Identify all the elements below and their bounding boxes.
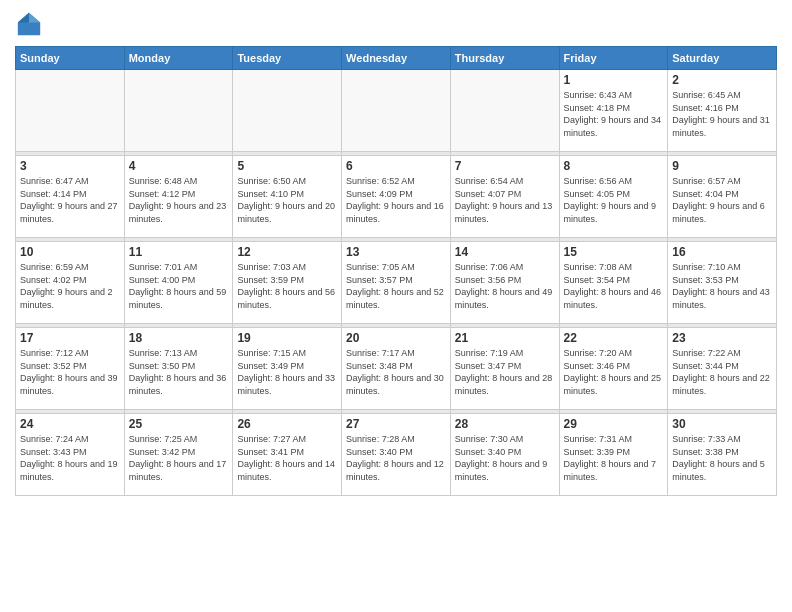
day-cell: 1Sunrise: 6:43 AM Sunset: 4:18 PM Daylig… [559,70,668,152]
day-info: Sunrise: 7:24 AM Sunset: 3:43 PM Dayligh… [20,433,120,483]
day-number: 10 [20,245,120,259]
weekday-tuesday: Tuesday [233,47,342,70]
day-cell: 26Sunrise: 7:27 AM Sunset: 3:41 PM Dayli… [233,414,342,496]
day-cell: 20Sunrise: 7:17 AM Sunset: 3:48 PM Dayli… [342,328,451,410]
week-row-3: 10Sunrise: 6:59 AM Sunset: 4:02 PM Dayli… [16,242,777,324]
weekday-saturday: Saturday [668,47,777,70]
day-number: 2 [672,73,772,87]
day-info: Sunrise: 6:52 AM Sunset: 4:09 PM Dayligh… [346,175,446,225]
day-info: Sunrise: 7:06 AM Sunset: 3:56 PM Dayligh… [455,261,555,311]
day-cell: 23Sunrise: 7:22 AM Sunset: 3:44 PM Dayli… [668,328,777,410]
day-info: Sunrise: 6:54 AM Sunset: 4:07 PM Dayligh… [455,175,555,225]
day-number: 6 [346,159,446,173]
day-info: Sunrise: 7:17 AM Sunset: 3:48 PM Dayligh… [346,347,446,397]
day-number: 16 [672,245,772,259]
weekday-wednesday: Wednesday [342,47,451,70]
day-cell: 30Sunrise: 7:33 AM Sunset: 3:38 PM Dayli… [668,414,777,496]
day-number: 12 [237,245,337,259]
day-cell: 12Sunrise: 7:03 AM Sunset: 3:59 PM Dayli… [233,242,342,324]
day-cell: 15Sunrise: 7:08 AM Sunset: 3:54 PM Dayli… [559,242,668,324]
day-cell: 7Sunrise: 6:54 AM Sunset: 4:07 PM Daylig… [450,156,559,238]
day-number: 18 [129,331,229,345]
week-row-5: 24Sunrise: 7:24 AM Sunset: 3:43 PM Dayli… [16,414,777,496]
week-row-1: 1Sunrise: 6:43 AM Sunset: 4:18 PM Daylig… [16,70,777,152]
day-number: 8 [564,159,664,173]
week-row-2: 3Sunrise: 6:47 AM Sunset: 4:14 PM Daylig… [16,156,777,238]
day-info: Sunrise: 7:12 AM Sunset: 3:52 PM Dayligh… [20,347,120,397]
day-cell: 5Sunrise: 6:50 AM Sunset: 4:10 PM Daylig… [233,156,342,238]
day-cell: 29Sunrise: 7:31 AM Sunset: 3:39 PM Dayli… [559,414,668,496]
day-cell: 13Sunrise: 7:05 AM Sunset: 3:57 PM Dayli… [342,242,451,324]
day-cell [450,70,559,152]
weekday-sunday: Sunday [16,47,125,70]
day-info: Sunrise: 6:59 AM Sunset: 4:02 PM Dayligh… [20,261,120,311]
day-info: Sunrise: 7:10 AM Sunset: 3:53 PM Dayligh… [672,261,772,311]
day-cell: 18Sunrise: 7:13 AM Sunset: 3:50 PM Dayli… [124,328,233,410]
day-info: Sunrise: 7:22 AM Sunset: 3:44 PM Dayligh… [672,347,772,397]
day-info: Sunrise: 7:28 AM Sunset: 3:40 PM Dayligh… [346,433,446,483]
day-cell: 6Sunrise: 6:52 AM Sunset: 4:09 PM Daylig… [342,156,451,238]
day-number: 1 [564,73,664,87]
day-cell: 11Sunrise: 7:01 AM Sunset: 4:00 PM Dayli… [124,242,233,324]
day-number: 13 [346,245,446,259]
day-number: 25 [129,417,229,431]
day-cell: 3Sunrise: 6:47 AM Sunset: 4:14 PM Daylig… [16,156,125,238]
day-cell [342,70,451,152]
day-info: Sunrise: 7:30 AM Sunset: 3:40 PM Dayligh… [455,433,555,483]
day-info: Sunrise: 7:03 AM Sunset: 3:59 PM Dayligh… [237,261,337,311]
day-cell: 21Sunrise: 7:19 AM Sunset: 3:47 PM Dayli… [450,328,559,410]
day-info: Sunrise: 6:47 AM Sunset: 4:14 PM Dayligh… [20,175,120,225]
day-number: 14 [455,245,555,259]
day-number: 5 [237,159,337,173]
day-cell: 14Sunrise: 7:06 AM Sunset: 3:56 PM Dayli… [450,242,559,324]
day-cell: 27Sunrise: 7:28 AM Sunset: 3:40 PM Dayli… [342,414,451,496]
svg-marker-2 [18,13,29,23]
day-cell: 19Sunrise: 7:15 AM Sunset: 3:49 PM Dayli… [233,328,342,410]
day-number: 30 [672,417,772,431]
day-info: Sunrise: 6:57 AM Sunset: 4:04 PM Dayligh… [672,175,772,225]
calendar: SundayMondayTuesdayWednesdayThursdayFrid… [15,46,777,496]
day-number: 24 [20,417,120,431]
day-info: Sunrise: 6:43 AM Sunset: 4:18 PM Dayligh… [564,89,664,139]
weekday-friday: Friday [559,47,668,70]
svg-marker-1 [29,13,40,23]
day-info: Sunrise: 7:13 AM Sunset: 3:50 PM Dayligh… [129,347,229,397]
day-number: 27 [346,417,446,431]
day-cell: 28Sunrise: 7:30 AM Sunset: 3:40 PM Dayli… [450,414,559,496]
day-number: 4 [129,159,229,173]
day-info: Sunrise: 7:27 AM Sunset: 3:41 PM Dayligh… [237,433,337,483]
day-number: 17 [20,331,120,345]
weekday-header-row: SundayMondayTuesdayWednesdayThursdayFrid… [16,47,777,70]
day-info: Sunrise: 7:33 AM Sunset: 3:38 PM Dayligh… [672,433,772,483]
weekday-thursday: Thursday [450,47,559,70]
day-cell: 4Sunrise: 6:48 AM Sunset: 4:12 PM Daylig… [124,156,233,238]
day-cell: 8Sunrise: 6:56 AM Sunset: 4:05 PM Daylig… [559,156,668,238]
day-number: 22 [564,331,664,345]
day-number: 3 [20,159,120,173]
logo [15,10,47,38]
day-number: 11 [129,245,229,259]
day-info: Sunrise: 6:48 AM Sunset: 4:12 PM Dayligh… [129,175,229,225]
day-cell: 17Sunrise: 7:12 AM Sunset: 3:52 PM Dayli… [16,328,125,410]
day-cell [16,70,125,152]
day-cell: 2Sunrise: 6:45 AM Sunset: 4:16 PM Daylig… [668,70,777,152]
day-info: Sunrise: 6:50 AM Sunset: 4:10 PM Dayligh… [237,175,337,225]
day-cell: 16Sunrise: 7:10 AM Sunset: 3:53 PM Dayli… [668,242,777,324]
day-number: 26 [237,417,337,431]
day-number: 19 [237,331,337,345]
day-number: 28 [455,417,555,431]
day-number: 15 [564,245,664,259]
day-cell [124,70,233,152]
day-number: 21 [455,331,555,345]
header [15,10,777,38]
day-number: 20 [346,331,446,345]
day-info: Sunrise: 7:01 AM Sunset: 4:00 PM Dayligh… [129,261,229,311]
day-number: 29 [564,417,664,431]
day-number: 23 [672,331,772,345]
day-number: 9 [672,159,772,173]
day-info: Sunrise: 7:08 AM Sunset: 3:54 PM Dayligh… [564,261,664,311]
day-cell: 10Sunrise: 6:59 AM Sunset: 4:02 PM Dayli… [16,242,125,324]
day-cell [233,70,342,152]
day-info: Sunrise: 7:31 AM Sunset: 3:39 PM Dayligh… [564,433,664,483]
day-cell: 25Sunrise: 7:25 AM Sunset: 3:42 PM Dayli… [124,414,233,496]
